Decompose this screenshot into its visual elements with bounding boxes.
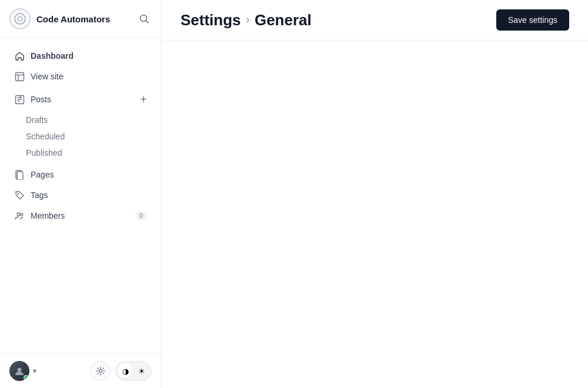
sun-icon: ☀: [138, 367, 145, 376]
main-header: Settings › General Save settings: [162, 0, 588, 41]
online-indicator: [24, 375, 29, 380]
svg-point-15: [21, 213, 23, 216]
theme-light-option[interactable]: ◑: [118, 363, 133, 379]
sidebar-item-members-label: Members: [31, 211, 65, 220]
sidebar-item-published[interactable]: Published: [26, 145, 161, 161]
sidebar-footer: ▾ ◑ ☀: [0, 353, 161, 388]
sidebar-item-drafts[interactable]: Drafts: [26, 112, 161, 128]
avatar: [9, 361, 29, 381]
breadcrumb-separator: ›: [246, 12, 250, 28]
sidebar-item-scheduled[interactable]: Scheduled: [26, 128, 161, 145]
sidebar-item-dashboard[interactable]: Dashboard: [5, 46, 156, 66]
breadcrumb-settings: Settings: [181, 11, 241, 29]
gear-icon: [96, 366, 105, 376]
sidebar-header: Code Automators: [0, 0, 161, 38]
save-settings-button[interactable]: Save settings: [496, 9, 569, 31]
user-section[interactable]: ▾: [9, 361, 36, 381]
posts-label: Posts: [31, 95, 51, 104]
svg-rect-12: [17, 172, 23, 180]
pages-icon: [14, 169, 25, 180]
posts-icon: [14, 94, 25, 105]
footer-controls: ◑ ☀: [91, 361, 152, 381]
posts-section: Posts + Drafts Scheduled Published: [0, 89, 161, 162]
sidebar-item-tags[interactable]: Tags: [5, 185, 156, 205]
svg-point-1: [18, 16, 22, 21]
moon-icon: ◑: [122, 367, 129, 376]
theme-toggle[interactable]: ◑ ☀: [115, 361, 152, 381]
svg-point-16: [18, 368, 22, 372]
main-content: Settings › General Save settings: [162, 0, 588, 388]
theme-dark-option[interactable]: ☀: [134, 363, 149, 379]
search-button[interactable]: [136, 11, 152, 26]
sidebar-item-dashboard-label: Dashboard: [31, 51, 74, 61]
layout-icon: [14, 71, 25, 82]
search-icon: [139, 14, 149, 24]
breadcrumb: Settings › General: [181, 11, 312, 29]
sidebar-nav: Dashboard View site: [0, 38, 161, 353]
brand-name: Code Automators: [36, 14, 110, 24]
settings-button[interactable]: [91, 361, 111, 381]
sidebar-brand: Code Automators: [9, 8, 110, 29]
svg-line-3: [146, 21, 149, 24]
sidebar-item-tags-label: Tags: [31, 190, 48, 200]
user-chevron-icon: ▾: [33, 367, 36, 375]
posts-header-left: Posts: [14, 94, 51, 105]
svg-rect-4: [15, 72, 24, 81]
sidebar-item-view-site-label: View site: [31, 72, 64, 81]
home-icon: [14, 51, 25, 61]
svg-point-2: [141, 15, 147, 22]
sidebar-item-pages[interactable]: Pages: [5, 165, 156, 185]
posts-sub-items: Drafts Scheduled Published: [0, 111, 161, 162]
sidebar-item-members[interactable]: Members 0: [5, 206, 156, 226]
add-post-button[interactable]: +: [140, 93, 147, 105]
posts-section-header[interactable]: Posts +: [5, 89, 156, 110]
svg-point-17: [99, 370, 102, 373]
svg-point-14: [17, 213, 20, 216]
tag-icon: [14, 190, 25, 200]
breadcrumb-current: General: [255, 11, 312, 29]
svg-point-0: [15, 14, 25, 24]
brand-logo: [9, 8, 31, 29]
main-body: [162, 41, 588, 388]
members-badge: 0: [135, 211, 147, 220]
svg-point-13: [17, 193, 18, 194]
sidebar-item-pages-label: Pages: [31, 170, 54, 179]
members-icon: [14, 210, 25, 221]
sidebar-item-view-site[interactable]: View site: [5, 66, 156, 86]
sidebar: Code Automators Dashboard: [0, 0, 162, 388]
